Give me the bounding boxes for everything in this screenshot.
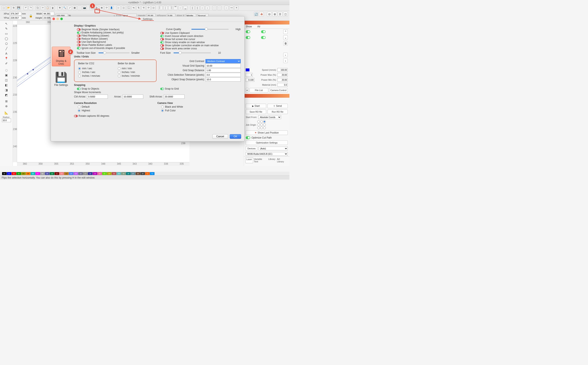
- radio-cam-default[interactable]: Default: [74, 105, 157, 108]
- visual-grid-spacing-input[interactable]: [206, 64, 241, 68]
- display-right-toggle-5[interactable]: [160, 48, 164, 50]
- pmin-input[interactable]: [277, 78, 288, 82]
- refresh-icon[interactable]: 🔄: [254, 12, 258, 16]
- rotate-cw-icon[interactable]: ⟳: [146, 6, 151, 10]
- align-b-icon[interactable]: ▁: [183, 6, 187, 10]
- new-icon[interactable]: ▢: [2, 6, 6, 10]
- layout-4-icon[interactable]: ◫: [283, 12, 288, 16]
- arrow-input[interactable]: [123, 95, 143, 99]
- palette-24[interactable]: 24: [117, 172, 121, 175]
- text-tool-icon[interactable]: A: [4, 51, 9, 56]
- rotate-captures-toggle[interactable]: [74, 115, 78, 117]
- display-left-toggle-0[interactable]: [77, 28, 81, 31]
- xpos-input[interactable]: [10, 12, 21, 15]
- dim-v-icon[interactable]: ⊶: [229, 6, 234, 10]
- palette-02[interactable]: 02: [12, 172, 16, 175]
- align-c-icon[interactable]: │: [163, 6, 167, 10]
- radio-in-min[interactable]: Inches / min: [114, 71, 154, 74]
- redo-icon[interactable]: ↷: [29, 6, 33, 10]
- passes-input[interactable]: [246, 73, 253, 77]
- ok-button[interactable]: OK: [230, 134, 241, 139]
- palette-T1[interactable]: T1: [145, 172, 150, 175]
- show-last-button[interactable]: ✦ Show Last Position: [246, 130, 288, 135]
- tab-art-library[interactable]: Art Library: [276, 157, 288, 163]
- send-button[interactable]: ⇪ Send: [268, 104, 288, 108]
- curve-quality-slider[interactable]: [191, 29, 229, 30]
- palette-16[interactable]: 16: [78, 172, 83, 175]
- display-left-toggle-6[interactable]: [77, 47, 81, 49]
- select-tool-icon[interactable]: ↖: [4, 21, 9, 26]
- palette-12[interactable]: 12: [59, 172, 64, 175]
- layer-air-2[interactable]: [261, 36, 266, 39]
- material-input[interactable]: [277, 83, 288, 87]
- move-down-icon[interactable]: ⌄: [283, 35, 288, 40]
- toolbar-icon-size-slider[interactable]: [98, 52, 130, 53]
- color-swatch[interactable]: [246, 69, 249, 71]
- tab-file-settings[interactable]: 💾 File Settings: [52, 70, 70, 87]
- radio-mm-min[interactable]: mm / min: [114, 67, 154, 70]
- lock-icon[interactable]: 🔒: [28, 14, 33, 17]
- close-icon[interactable]: [52, 18, 55, 20]
- layout-3-icon[interactable]: ☰: [278, 12, 282, 16]
- display-left-toggle-5[interactable]: [77, 44, 81, 46]
- paste-icon[interactable]: 📋: [46, 6, 50, 10]
- pmax-input[interactable]: [277, 73, 288, 77]
- radio-cam-highest[interactable]: Highest: [74, 109, 157, 112]
- circle-guide-icon[interactable]: ◌: [4, 68, 9, 72]
- open-icon[interactable]: 📂: [7, 6, 11, 10]
- save-rd-button[interactable]: Save RD file: [246, 110, 266, 114]
- radio-in-sec[interactable]: Inches / sec: [74, 71, 114, 74]
- zoom-in-icon[interactable]: 🔍: [63, 6, 67, 10]
- devices-button[interactable]: Devices: [246, 146, 257, 151]
- ypos-input[interactable]: [10, 16, 21, 20]
- save-icon[interactable]: 💾: [17, 6, 21, 10]
- zoom-out-icon[interactable]: ⤢: [68, 6, 72, 10]
- rect-tool-icon[interactable]: ▭: [4, 31, 9, 36]
- marker-tool-icon[interactable]: 📍: [4, 56, 9, 61]
- object-snap-distance-input[interactable]: [206, 77, 241, 82]
- measure-icon[interactable]: 📐: [4, 111, 9, 115]
- camera-icon[interactable]: 📷: [83, 6, 87, 10]
- space-v-icon[interactable]: ↕: [205, 6, 209, 10]
- palette-23[interactable]: 23: [112, 172, 116, 175]
- distrib-v-icon[interactable]: ┼: [195, 6, 200, 10]
- tab-library[interactable]: Library: [268, 157, 276, 163]
- radio-in-mm-sec[interactable]: Inches / mm/sec: [74, 74, 114, 77]
- palette-18[interactable]: 18: [88, 172, 92, 175]
- delete-icon[interactable]: 🗑: [51, 6, 55, 10]
- align-r-icon[interactable]: ▕: [168, 6, 173, 10]
- go-left-icon[interactable]: ‹: [283, 58, 288, 63]
- palette-08[interactable]: 08: [40, 172, 45, 175]
- tab-variable-text[interactable]: Variable Text: [253, 157, 268, 163]
- select-frame-icon[interactable]: ⬚: [77, 6, 82, 10]
- align-m-icon[interactable]: ─: [178, 6, 182, 10]
- trash-icon[interactable]: 🗑: [283, 41, 288, 46]
- distrib-h-icon[interactable]: ┼: [190, 6, 194, 10]
- edit-tool-icon[interactable]: ✐: [4, 61, 9, 66]
- palette-10[interactable]: 10: [50, 172, 54, 175]
- radio-in-mm-min[interactable]: Inches / mm/min: [114, 74, 154, 77]
- space-h-icon[interactable]: ↔: [200, 6, 204, 10]
- palette-15[interactable]: 15: [74, 172, 78, 175]
- speed-input[interactable]: [277, 68, 288, 72]
- palette-06[interactable]: 06: [31, 172, 35, 175]
- snap-objects-toggle[interactable]: [77, 88, 81, 90]
- connection-select[interactable]: MX80-Ruida 6442S-B (EC): [246, 152, 288, 156]
- path-tool-icon[interactable]: ╱: [4, 46, 9, 51]
- layer-air-1[interactable]: [261, 30, 266, 33]
- display-right-toggle-1[interactable]: [160, 35, 164, 37]
- offset-icon[interactable]: ▣: [4, 73, 9, 77]
- radio-cam-bw[interactable]: Black and White: [157, 105, 241, 108]
- polygon-tool-icon[interactable]: ⬠: [4, 41, 9, 46]
- palette-T2[interactable]: T2: [150, 172, 154, 175]
- display-right-toggle-2[interactable]: [160, 38, 164, 41]
- bool-b-icon[interactable]: ◨: [4, 88, 9, 92]
- weld-icon[interactable]: ◫: [4, 78, 9, 82]
- display-left-toggle-3[interactable]: [77, 38, 81, 40]
- bool-c-icon[interactable]: ◩: [4, 93, 9, 97]
- layout-1-icon[interactable]: ⊟: [267, 12, 272, 16]
- zoom-icon[interactable]: [60, 18, 63, 20]
- align-t-icon[interactable]: ▔: [173, 6, 178, 10]
- display-left-toggle-1[interactable]: [77, 32, 81, 34]
- copy-icon[interactable]: ⿻: [36, 6, 40, 10]
